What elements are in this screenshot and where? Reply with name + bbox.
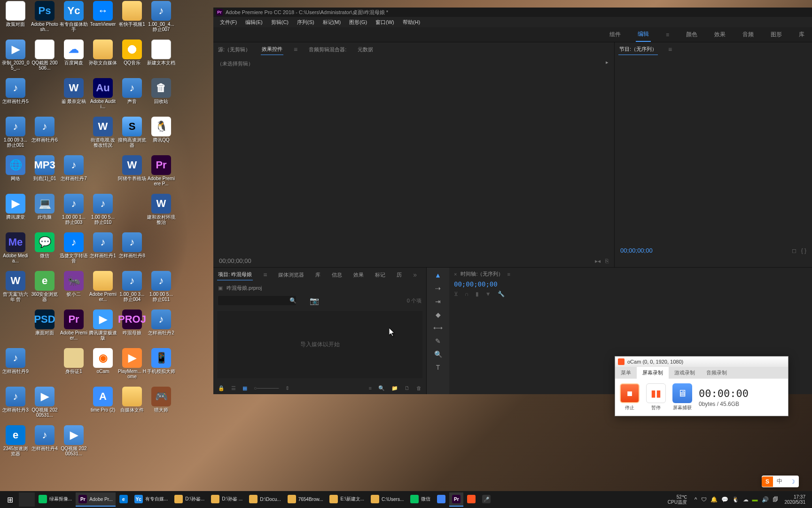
taskbar-app[interactable]: e <box>117 492 131 507</box>
desktop-icon[interactable]: ♪1.00 00 1... 静止003 <box>59 194 88 231</box>
slip-tool[interactable]: ⟷ <box>433 323 443 333</box>
ocam-capture-button[interactable]: 🖥 屏幕捕获 <box>672 383 692 411</box>
tray-shield-icon[interactable]: 🛡 <box>701 496 707 503</box>
razor-tool[interactable]: ◆ <box>433 310 443 319</box>
pen-tool[interactable]: ✎ <box>433 336 443 346</box>
hand-tool[interactable]: 🔍 <box>433 349 443 359</box>
desktop-icon[interactable]: ♪1.00_00_4... 静止007 <box>147 1 176 39</box>
close-panel-icon[interactable]: × <box>454 271 457 277</box>
ocam-window[interactable]: oCam (0, 0, 1920, 1080) 菜单屏幕录制游戏录制音频录制 ■… <box>615 356 789 416</box>
menu-item[interactable]: 编辑(E) <box>242 18 266 27</box>
desktop-icon[interactable]: ♪1.00_00 3... 静止004 <box>117 271 147 309</box>
ocam-pause-button[interactable]: ▮▮ 暂停 <box>646 383 666 411</box>
desktop-icon[interactable]: ▶录制_2020_05_... <box>1 40 30 77</box>
sort-icon[interactable]: ⇕ <box>285 385 289 391</box>
desktop-icon[interactable]: 🗑回收站 <box>147 78 176 116</box>
menu-item[interactable]: 帮助(H) <box>399 18 424 27</box>
taskbar-app[interactable]: C:\Users... <box>368 492 406 507</box>
wrench-icon[interactable]: { } <box>801 247 806 254</box>
desktop-icon[interactable]: ♪声音 <box>117 78 147 116</box>
fit-icon[interactable]: ▸◂ <box>595 258 601 264</box>
desktop-icon[interactable]: ♪怎样画牡丹2 <box>147 310 176 347</box>
desktop-icon[interactable]: Atime Pro (2) <box>88 387 117 424</box>
menu-item[interactable]: 文件(F) <box>216 18 241 27</box>
panel-menu-icon[interactable]: ≡ <box>262 269 268 280</box>
desktop-icon[interactable]: ♪怎样画牡丹9 <box>1 348 30 386</box>
snap-icon[interactable]: ⊻ <box>454 291 458 297</box>
new-item-icon[interactable]: 🗋 <box>405 385 410 391</box>
ime-indicator[interactable]: S 中 ☽ <box>762 476 799 487</box>
desktop-icon[interactable]: ↔TeamViewer <box>88 1 117 39</box>
program-tab[interactable]: 节目:（无序列） <box>618 44 658 55</box>
workspace-tab[interactable]: 编辑 <box>636 27 651 42</box>
camera-icon[interactable]: 📷 <box>310 296 319 305</box>
panel-tab[interactable]: 库 <box>314 270 321 280</box>
menu-item[interactable]: 剪辑(C) <box>267 18 292 27</box>
taskbar-app[interactable]: 7654Brow... <box>285 492 326 507</box>
tray-volume-icon[interactable]: 🔊 <box>762 496 769 503</box>
icon-view-icon[interactable]: ▦ <box>242 385 247 391</box>
workspace-tab[interactable]: 图形 <box>769 28 784 41</box>
desktop-icon[interactable]: 📱手机模拟大师 <box>147 348 176 386</box>
desktop-icon[interactable]: ☁百度网盘 <box>59 40 88 77</box>
desktop-icon[interactable]: ♪1.00 09 3... 静止001 <box>1 117 30 154</box>
tray-bell-icon[interactable]: 🔔 <box>710 496 718 503</box>
desktop-icon[interactable]: W鉴 最奈定稿 <box>59 78 88 116</box>
panel-menu-icon[interactable]: ≡ <box>667 44 673 55</box>
desktop-icon[interactable]: ▶QQ视频 20200531... <box>59 425 88 463</box>
desktop-icon[interactable]: PROJ咋混母娘 <box>117 310 147 347</box>
panel-tab[interactable]: 元数据 <box>357 44 374 55</box>
tray-cloud-icon[interactable]: ☁ <box>743 496 749 503</box>
panel-tab[interactable]: 效果控件 <box>261 44 283 55</box>
desktop-icon[interactable]: 🐧腾讯QQ <box>147 117 176 154</box>
safe-margins-icon[interactable]: ◻ <box>792 247 796 254</box>
panel-tab[interactable]: 音频剪辑混合器: <box>308 44 347 55</box>
type-tool[interactable]: T <box>433 363 443 372</box>
desktop-icon[interactable]: 孙歌文自媒体 <box>88 40 117 77</box>
workspace-menu-icon[interactable]: ≡ <box>664 29 671 41</box>
export-frame-icon[interactable]: ⎘ <box>605 258 609 264</box>
tray-wechat-icon[interactable]: 💬 <box>721 496 728 503</box>
desktop-icon[interactable]: ▶腾讯课堂极速版 <box>88 310 117 347</box>
settings-icon[interactable]: 🔧 <box>498 291 505 297</box>
desktop-icon[interactable]: PrAdobe Premiere P... <box>147 155 176 193</box>
desktop-icon[interactable]: PsAdobe Photosh... <box>30 1 59 39</box>
panel-tab[interactable]: 信息 <box>331 270 343 280</box>
ocam-tab[interactable]: 屏幕录制 <box>637 367 669 379</box>
menu-item[interactable]: 图形(G) <box>345 18 371 27</box>
desktop-icon[interactable]: Adobe Premier... <box>88 271 117 309</box>
desktop-icon[interactable]: AuAdobe Auditi... <box>88 78 117 116</box>
ocam-titlebar[interactable]: oCam (0, 0, 1920, 1080) <box>615 357 788 367</box>
trash-icon[interactable]: 🗑 <box>416 385 422 391</box>
automate-icon[interactable]: ≡ <box>369 385 372 391</box>
taskbar-app[interactable]: Pr <box>449 492 463 507</box>
timeline-timecode[interactable]: 00;00;00;00 <box>449 280 812 288</box>
desktop-icon[interactable]: S搜狗高速浏览器 <box>117 117 147 154</box>
taskbar-clock[interactable]: 17:37 2020/5/31 <box>782 494 809 505</box>
taskbar-app[interactable] <box>434 492 448 507</box>
panel-menu-icon[interactable]: ≡ <box>508 271 510 277</box>
premiere-titlebar[interactable]: Pr Adobe Premiere Pro CC 2018 - C:\Users… <box>213 8 812 17</box>
desktop-icon[interactable]: 💬微信 <box>30 232 59 270</box>
project-search-input[interactable] <box>218 296 296 305</box>
desktop-icon[interactable]: e360安全浏览器 <box>30 271 59 309</box>
desktop-icon[interactable]: W曾'无案'坊六年 曾 <box>1 271 30 309</box>
desktop-icon[interactable]: ♪怎样画牡丹6 <box>30 117 59 154</box>
workspace-tab[interactable]: 音频 <box>741 28 756 41</box>
panel-tab[interactable]: 媒体浏览器 <box>277 270 305 280</box>
panel-arrow-icon[interactable]: ▸ <box>606 59 609 65</box>
tray-up-icon[interactable]: ^ <box>695 496 697 503</box>
cpu-temp[interactable]: 52℃ CPU温度 <box>664 494 691 505</box>
desktop-icon[interactable]: ♪怎样画牡丹1 <box>88 232 117 270</box>
desktop-icon[interactable]: QQ截图 200506... <box>30 40 59 77</box>
tray-qq-icon[interactable]: 🐧 <box>732 496 739 503</box>
ocam-tab[interactable]: 音频录制 <box>701 367 733 379</box>
desktop-icon[interactable]: ♪1.00 00 5... 静止011 <box>147 271 176 309</box>
desktop-icon[interactable]: ▶QQ视频 20200531... <box>30 387 59 424</box>
taskbar-app[interactable]: Yc有专自媒... <box>132 492 171 507</box>
panel-tab[interactable]: 效果 <box>352 270 365 280</box>
taskbar-app[interactable]: 绿幕抠像... <box>36 492 75 507</box>
desktop-icon[interactable]: 政策对面 <box>1 1 30 39</box>
taskbar-app[interactable]: PrAdobe Pr... <box>76 492 115 507</box>
workspace-tab[interactable]: 库 <box>797 28 806 41</box>
